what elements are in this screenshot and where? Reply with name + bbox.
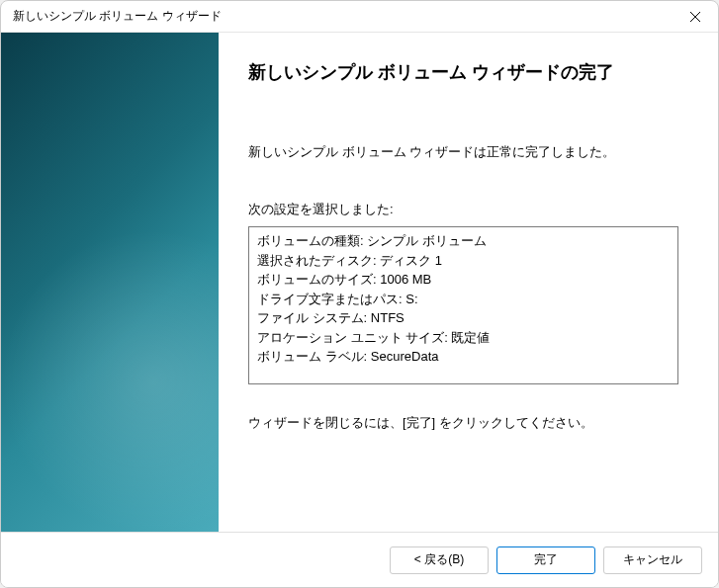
settings-line: ボリューム ラベル: SecureData <box>257 347 670 367</box>
page-heading: 新しいシンプル ボリューム ウィザードの完了 <box>248 60 678 84</box>
titlebar: 新しいシンプル ボリューム ウィザード <box>1 1 718 33</box>
settings-line: アロケーション ユニット サイズ: 既定値 <box>257 328 670 348</box>
wizard-window: 新しいシンプル ボリューム ウィザード 新しいシンプル ボリューム ウィザードの… <box>0 0 719 588</box>
close-icon <box>690 12 700 22</box>
settings-line: ボリュームの種類: シンプル ボリューム <box>257 231 670 251</box>
main-panel: 新しいシンプル ボリューム ウィザードの完了 新しいシンプル ボリューム ウィザ… <box>219 33 718 532</box>
settings-line: ボリュームのサイズ: 1006 MB <box>257 270 670 290</box>
settings-line: ファイル システム: NTFS <box>257 308 670 328</box>
settings-line: ドライブ文字またはパス: S: <box>257 290 670 309</box>
settings-label: 次の設定を選択しました: <box>248 201 678 218</box>
button-bar: < 戻る(B) 完了 キャンセル <box>1 532 718 587</box>
content-area: 新しいシンプル ボリューム ウィザードの完了 新しいシンプル ボリューム ウィザ… <box>1 33 718 532</box>
wizard-sidebar-image <box>1 33 219 532</box>
cancel-button[interactable]: キャンセル <box>603 546 702 574</box>
settings-listbox[interactable]: ボリュームの種類: シンプル ボリューム 選択されたディスク: ディスク 1 ボ… <box>248 226 678 384</box>
close-button[interactable] <box>673 1 718 33</box>
finish-button[interactable]: 完了 <box>496 546 595 574</box>
window-title: 新しいシンプル ボリューム ウィザード <box>13 8 222 25</box>
instruction-text: ウィザードを閉じるには、[完了] をクリックしてください。 <box>248 414 678 432</box>
back-button[interactable]: < 戻る(B) <box>390 546 489 574</box>
completion-message: 新しいシンプル ボリューム ウィザードは正常に完了しました。 <box>248 143 678 161</box>
settings-line: 選択されたディスク: ディスク 1 <box>257 251 670 271</box>
